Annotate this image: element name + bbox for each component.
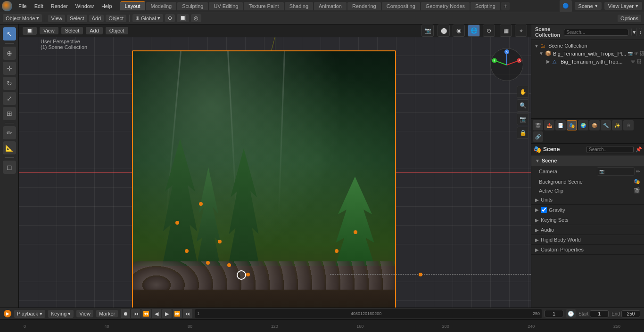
outliner-search[interactable] bbox=[564, 29, 628, 36]
options-button[interactable]: Options bbox=[618, 15, 641, 22]
keying-btn[interactable]: Keying ▾ bbox=[48, 310, 74, 318]
vp-shading-rendered[interactable]: 🌐 bbox=[468, 24, 480, 37]
props-tab-modifier[interactable]: 🔧 bbox=[601, 120, 611, 130]
rigid-body-section[interactable]: ▶ Rigid Body World bbox=[531, 235, 644, 245]
pivot-selector[interactable]: ⊙ bbox=[165, 14, 175, 22]
transform-selector[interactable]: ⊕ Global ▾ bbox=[132, 14, 163, 22]
marker-btn[interactable]: Marker bbox=[96, 310, 118, 317]
tab-sculpting[interactable]: Sculpting bbox=[177, 2, 208, 10]
clock-icon[interactable]: 🕐 bbox=[566, 309, 576, 318]
tool-annotate[interactable]: ✏ bbox=[3, 126, 16, 139]
menu-file[interactable]: File bbox=[15, 2, 30, 10]
vp-hand-icon[interactable]: ✋ bbox=[517, 86, 529, 98]
blender-logo[interactable] bbox=[2, 1, 12, 11]
start-frame-input[interactable] bbox=[590, 310, 609, 317]
tab-rendering[interactable]: Rendering bbox=[347, 2, 381, 10]
outliner-filter[interactable]: ▼ bbox=[631, 28, 637, 36]
vp-shading-eevee[interactable]: ⊙ bbox=[483, 24, 495, 37]
proportional-edit[interactable]: ◎ bbox=[191, 14, 201, 22]
props-tab-render[interactable]: 🎬 bbox=[533, 120, 543, 130]
props-tab-constraints[interactable]: 🔗 bbox=[533, 131, 543, 142]
timeline-scrubber[interactable]: 1 40 80 120 160 200 250 bbox=[195, 309, 542, 318]
playback-btn[interactable]: Playback ▾ bbox=[14, 310, 45, 318]
custom-props-section[interactable]: ▶ Custom Properties bbox=[531, 245, 644, 255]
end-frame-input[interactable] bbox=[621, 310, 640, 317]
props-tab-physics[interactable]: ⚛ bbox=[623, 120, 634, 130]
tool-scale[interactable]: ⤢ bbox=[3, 92, 16, 105]
object-menu[interactable]: Object bbox=[106, 15, 126, 22]
active-clip-icon[interactable]: 🎬 bbox=[634, 187, 640, 194]
tool-select[interactable]: ↖ bbox=[3, 27, 16, 40]
vp-zoom-icon[interactable]: 🔍 bbox=[517, 99, 529, 112]
view-btn[interactable]: View bbox=[76, 310, 93, 317]
vp-shading-solid[interactable]: ⬤ bbox=[438, 24, 450, 37]
tab-animation[interactable]: Animation bbox=[314, 2, 347, 10]
tool-cursor[interactable]: ⊕ bbox=[3, 47, 16, 60]
keying-sets-section[interactable]: ▶ Keying Sets bbox=[531, 215, 644, 225]
menu-help[interactable]: Help bbox=[98, 2, 116, 10]
tool-transform[interactable]: ⊞ bbox=[3, 107, 16, 120]
units-section[interactable]: ▶ Units bbox=[531, 195, 644, 205]
props-tab-world[interactable]: 🌍 bbox=[578, 120, 588, 130]
vp-overlay-toggle[interactable]: ▦ bbox=[500, 24, 512, 37]
tab-modeling[interactable]: Modeling bbox=[146, 2, 177, 10]
gravity-checkbox[interactable] bbox=[541, 207, 547, 213]
props-pin-icon[interactable]: 📌 bbox=[636, 146, 642, 153]
outliner-sync[interactable]: ↕ bbox=[639, 28, 642, 36]
skip-start-btn[interactable]: ⏮ bbox=[131, 309, 140, 318]
vp-mode-btn[interactable]: 🔲 bbox=[23, 27, 37, 35]
add-workspace-button[interactable]: + bbox=[501, 2, 510, 10]
tree-eye-icon-1[interactable]: 👁 bbox=[631, 59, 636, 64]
menu-window[interactable]: Window bbox=[72, 2, 97, 10]
camera-input[interactable]: 📷 bbox=[597, 167, 635, 176]
menu-edit[interactable]: Edit bbox=[31, 2, 47, 10]
engine-selector[interactable]: 🔵 bbox=[560, 0, 572, 12]
tab-scripting[interactable]: Scripting bbox=[471, 2, 500, 10]
tree-cam-icon[interactable]: 📷 bbox=[627, 51, 633, 56]
tab-uv-editing[interactable]: UV Editing bbox=[209, 2, 243, 10]
select-menu[interactable]: Select bbox=[67, 15, 87, 22]
vp-lock-icon[interactable]: 🔒 bbox=[517, 127, 529, 139]
vp-view-btn[interactable]: View bbox=[40, 27, 58, 34]
vp-select-btn[interactable]: Select bbox=[61, 27, 83, 34]
vp-camera-icon[interactable]: 📷 bbox=[421, 24, 434, 37]
tool-measure[interactable]: 📐 bbox=[3, 141, 16, 154]
scene-selector[interactable]: Scene ▾ bbox=[575, 2, 602, 10]
viewport[interactable]: 🔲 View Select Add Object 📷 ⬤ ◉ 🌐 ⊙ ▦ ⌖ bbox=[19, 24, 531, 308]
tool-rotate[interactable]: ↻ bbox=[3, 77, 16, 90]
view-layer-selector[interactable]: View Layer ▾ bbox=[604, 2, 642, 10]
view-menu[interactable]: View bbox=[48, 15, 65, 22]
step-back-btn[interactable]: ⏪ bbox=[141, 309, 151, 318]
viewport-gizmo[interactable]: X Y Z bbox=[490, 48, 523, 81]
gravity-section[interactable]: ▶ Gravity bbox=[531, 205, 644, 215]
tree-render-icon-1[interactable]: 🖼 bbox=[636, 59, 641, 64]
tool-move[interactable]: ✛ bbox=[3, 62, 16, 75]
add-menu[interactable]: Add bbox=[89, 15, 104, 22]
record-btn[interactable]: ⏺ bbox=[121, 309, 130, 318]
camera-edit-icon[interactable]: ✏ bbox=[636, 169, 640, 175]
object-mode-selector[interactable]: Object Mode ▾ bbox=[3, 14, 42, 22]
props-tab-view-layer[interactable]: 📑 bbox=[555, 120, 566, 130]
tab-layout[interactable]: Layout bbox=[120, 1, 145, 10]
props-tab-object[interactable]: 📦 bbox=[589, 120, 600, 130]
current-frame-input[interactable] bbox=[545, 310, 563, 317]
props-tab-output[interactable]: 📤 bbox=[544, 120, 554, 130]
bg-scene-icon[interactable]: 🎭 bbox=[634, 178, 640, 185]
vp-object-btn[interactable]: Object bbox=[106, 27, 128, 34]
vp-add-btn[interactable]: Add bbox=[86, 27, 103, 34]
tab-compositing[interactable]: Compositing bbox=[382, 2, 420, 10]
vp-shading-material[interactable]: ◉ bbox=[453, 24, 465, 37]
play-back-btn[interactable]: ◀ bbox=[152, 309, 161, 318]
tab-texture-paint[interactable]: Texture Paint bbox=[244, 2, 283, 10]
step-fwd-btn[interactable]: ⏩ bbox=[173, 309, 182, 318]
menu-render[interactable]: Render bbox=[48, 2, 71, 10]
tab-geometry-nodes[interactable]: Geometry Nodes bbox=[421, 2, 470, 10]
vp-gizmo-toggle[interactable]: ⌖ bbox=[515, 24, 527, 37]
tab-shading[interactable]: Shading bbox=[285, 2, 313, 10]
tree-render-icon[interactable]: 🖼 bbox=[640, 51, 644, 56]
scene-section-header[interactable]: ▼ Scene bbox=[531, 155, 644, 166]
tool-add[interactable]: ◻ bbox=[3, 161, 16, 174]
outliner-scene-collection[interactable]: ▼ 🗂 Scene Collection bbox=[531, 42, 644, 49]
outliner-item-0[interactable]: ▼ 📦 Big_Terrarium_with_Tropic_Pl... 📷 👁 … bbox=[531, 49, 644, 57]
terrarium-object[interactable] bbox=[132, 50, 396, 308]
